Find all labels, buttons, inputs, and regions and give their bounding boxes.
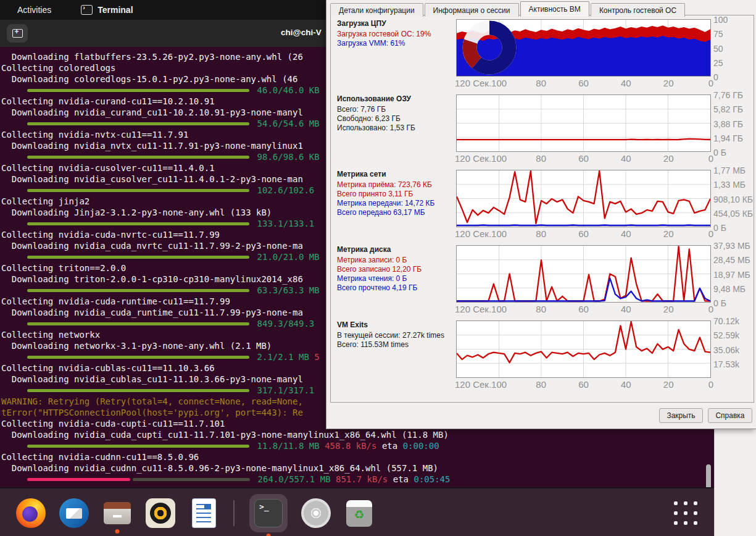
y-axis-label: 28,45 МБ: [713, 255, 750, 265]
y-axis-label: 18,97 МБ: [713, 270, 750, 280]
focused-app-indicator[interactable]: Terminal: [81, 5, 133, 15]
chart-ram-usage: [456, 94, 711, 152]
section-info-line: Метрика чтения: 0 Б: [337, 274, 454, 283]
x-axis-label: 80: [536, 153, 546, 164]
thunderbird-icon[interactable]: [59, 498, 89, 528]
x-axis-label: 120 Сек.100: [455, 304, 507, 314]
terminal-line: 264.0/557.1 MB 851.7 kB/s eta 0:05:45: [1, 474, 714, 485]
section-info-line: Свободно: 6,23 ГБ: [337, 114, 454, 124]
close-button[interactable]: Закрыть: [659, 408, 703, 423]
y-axis-label: 25: [713, 58, 723, 68]
section-cpu-load-labels: Загрузка ЦПУЗагрузка гостевой ОС: 19%Заг…: [337, 19, 454, 48]
y-axis-label: 454,05 КБ: [713, 209, 753, 219]
running-indicator-dot: [115, 529, 120, 534]
section-info-line: Использовано: 1,53 ГБ: [337, 124, 454, 133]
activities-button[interactable]: Activities: [12, 3, 56, 17]
tab-2[interactable]: Активность ВМ: [520, 1, 589, 17]
y-axis-label: 7,76 ГБ: [713, 90, 743, 100]
y-axis-label: 0 Б: [713, 223, 726, 233]
tab-1[interactable]: Информация о сессии: [425, 3, 519, 17]
section-title: VM Exits: [337, 320, 454, 329]
x-axis-label: 60: [578, 153, 589, 164]
active-app-highlight[interactable]: [249, 494, 288, 532]
firefox-icon[interactable]: [16, 498, 46, 528]
section-vm-exits-labels: VM ExitsВ текущей сессии: 27.27k timesВс…: [337, 320, 454, 350]
tab-3[interactable]: Контроль гостевой ОС: [591, 3, 685, 17]
x-axis-label: 80: [536, 78, 546, 88]
terminal-line: 11.8/11.8 MB 458.8 kB/s eta 0:00:00: [1, 440, 714, 451]
section-info-line: Всего передано 63,17 МБ: [337, 208, 454, 217]
help-button[interactable]: Справка: [708, 408, 752, 423]
x-axis-label: 120 Сек.100: [455, 153, 507, 164]
terminal-line: Collecting nvidia-cudnn-cu11==8.5.0.96: [1, 451, 714, 463]
x-axis-label: 40: [621, 228, 631, 239]
section-title: Метрика сети: [337, 170, 454, 178]
trash-icon[interactable]: [344, 498, 374, 528]
y-axis-label: 908,10 КБ: [713, 195, 753, 204]
y-axis-label: 70.12k: [713, 316, 739, 326]
section-info-line: Загрузка гостевой ОС: 19%: [337, 30, 454, 39]
y-axis-label: 52.59k: [713, 330, 739, 340]
disc-icon[interactable]: [301, 498, 331, 528]
x-axis-label: 0: [708, 78, 713, 88]
dock: [0, 487, 714, 536]
x-axis-label: 20: [663, 228, 674, 239]
section-title: Загрузка ЦПУ: [337, 19, 454, 28]
progress-bar: [27, 156, 249, 159]
x-axis-label: 120 Сек.100: [455, 379, 507, 390]
section-title: Метрика диска: [337, 245, 454, 254]
new-tab-button[interactable]: [7, 24, 28, 43]
y-axis-label: 75: [713, 29, 723, 39]
section-ram-usage-labels: Использование ОЗУВсего: 7,76 ГБСвободно:…: [337, 94, 454, 133]
section-info-line: Всего: 7,76 ГБ: [337, 105, 454, 114]
vm-activity-dialog: Детали конфигурацииИнформация о сессииАк…: [326, 0, 756, 429]
x-axis-label: 0: [708, 228, 713, 239]
y-axis-label: 17.53k: [713, 359, 739, 369]
x-axis-label: 80: [536, 228, 546, 239]
x-axis-label: 40: [621, 153, 631, 164]
vm-activity-panel: Загрузка ЦПУЗагрузка гостевой ОС: 19%Заг…: [330, 15, 754, 403]
section-info-line: Метрика приёма: 723,76 КБ: [337, 180, 454, 190]
tab-0[interactable]: Детали конфигурации: [330, 3, 423, 17]
y-axis-label: 37,93 МБ: [713, 241, 750, 251]
y-axis-label: 1,94 ГБ: [713, 133, 743, 143]
dock-separator: [233, 500, 235, 526]
progress-bar: [27, 289, 249, 292]
x-axis-label: 80: [536, 304, 546, 314]
section-network-rate-labels: Метрика сетиМетрика приёма: 723,76 КБВсе…: [337, 170, 454, 217]
y-axis-label: 0 Б: [713, 148, 726, 157]
progress-bar: [27, 322, 249, 325]
section-disk-rate-labels: Метрика дискаМетрика записи: 0 БВсего за…: [337, 245, 454, 293]
x-axis-label: 120 Сек.100: [455, 78, 507, 88]
files-icon[interactable]: [102, 498, 132, 528]
x-axis-label: 60: [578, 78, 589, 88]
x-axis-label: 60: [578, 228, 589, 239]
y-axis-label: 50: [713, 44, 723, 54]
chart-network-rate: [456, 170, 711, 227]
progress-bar: [27, 189, 249, 192]
x-axis-label: 40: [621, 379, 631, 390]
progress-bar: [27, 389, 249, 392]
show-applications-button[interactable]: [674, 501, 697, 525]
terminal-line: Downloading nvidia_cudnn_cu11-8.5.0.96-2…: [1, 463, 714, 474]
y-axis-label: 5,82 ГБ: [713, 104, 743, 114]
section-info-line: Загрузка VMM: 61%: [337, 39, 454, 48]
section-info-line: Всего записано 12,20 ГБ: [337, 265, 454, 274]
terminal-app-icon: [254, 499, 283, 527]
x-axis-label: 60: [578, 379, 589, 390]
chart-disk-rate: [456, 245, 711, 303]
tab-plus-icon: [12, 29, 23, 38]
chart-vm-exits: [456, 320, 711, 378]
terminal-line: Downloading nvidia_cuda_cupti_cu11-11.7.…: [1, 429, 714, 440]
x-axis-label: 120 Сек.100: [455, 228, 507, 239]
cpu-donut-gauge: [460, 20, 518, 76]
section-info-line: В текущей сессии: 27.27k times: [337, 331, 454, 340]
x-axis-label: 20: [663, 78, 674, 88]
x-axis-label: 20: [663, 153, 674, 164]
writer-icon[interactable]: [189, 498, 218, 528]
y-axis-label: 100: [713, 15, 728, 25]
terminal-title: chi@chi-V: [281, 28, 322, 37]
rhythmbox-icon[interactable]: [146, 498, 175, 528]
section-title: Использование ОЗУ: [337, 94, 454, 103]
y-axis-label: 35.06k: [713, 345, 739, 355]
